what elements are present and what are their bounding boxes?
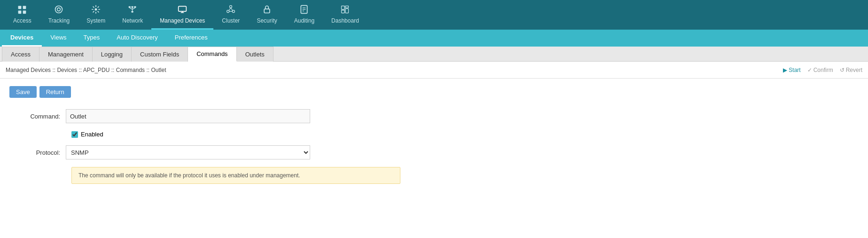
tab-management[interactable]: Management: [39, 47, 93, 62]
tab-outlets[interactable]: Outlets: [237, 47, 274, 62]
subnav-label-auto-discovery: Auto Discovery: [117, 34, 157, 41]
subnav-devices[interactable]: Devices: [2, 30, 42, 47]
nav-label-cluster: Cluster: [222, 17, 240, 24]
nav-label-access: Access: [13, 17, 31, 24]
subnav-label-types: Types: [84, 34, 100, 41]
protocol-select[interactable]: SNMP SSH Telnet: [66, 145, 310, 159]
svg-rect-1: [23, 6, 26, 9]
nav-label-network: Network: [122, 17, 143, 24]
nav-label-managed-devices: Managed Devices: [160, 17, 205, 24]
nav-item-managed-devices[interactable]: Managed Devices: [151, 0, 213, 30]
command-row: Command:: [9, 109, 859, 123]
tab-label-access: Access: [11, 51, 31, 58]
protocol-row: Protocol: SNMP SSH Telnet: [9, 145, 859, 159]
revert-circle-icon: ↺: [840, 67, 845, 73]
tab-label-commands: Commands: [196, 50, 227, 57]
subnav-label-preferences: Preferences: [175, 34, 208, 41]
dashboard-icon: [340, 5, 350, 16]
protocol-label: Protocol:: [9, 149, 66, 156]
nav-item-auditing[interactable]: Auditing: [286, 0, 323, 30]
nav-label-system: System: [86, 17, 105, 24]
tab-access[interactable]: Access: [2, 47, 39, 62]
svg-rect-0: [18, 6, 22, 9]
svg-line-13: [133, 8, 135, 9]
command-input[interactable]: [66, 109, 310, 123]
confirm-check-icon: ✓: [807, 67, 812, 73]
nav-item-system[interactable]: System: [78, 0, 114, 30]
breadcrumb-actions: ▶ Start ✓ Confirm ↺ Revert: [783, 67, 862, 73]
svg-point-18: [230, 5, 232, 8]
sub-nav: Devices Views Types Auto Discovery Prefe…: [0, 30, 868, 47]
managed-devices-icon: [178, 5, 187, 16]
subnav-label-devices: Devices: [10, 34, 33, 41]
svg-rect-10: [132, 11, 133, 12]
tab-commands[interactable]: Commands: [188, 47, 236, 62]
nav-item-network[interactable]: Network: [114, 0, 151, 30]
subnav-preferences[interactable]: Preferences: [166, 30, 216, 47]
command-label: Command:: [9, 113, 66, 120]
subnav-types[interactable]: Types: [75, 30, 109, 47]
info-message: The command will only be available if th…: [78, 172, 300, 179]
start-label: Start: [789, 67, 800, 73]
nav-label-security: Security: [257, 17, 277, 24]
info-box: The command will only be available if th…: [71, 167, 400, 184]
security-icon: [262, 5, 272, 16]
nav-item-tracking[interactable]: Tracking: [40, 0, 78, 30]
nav-label-tracking: Tracking: [48, 17, 70, 24]
network-icon: [128, 5, 137, 16]
subnav-views[interactable]: Views: [42, 30, 75, 47]
svg-point-5: [57, 8, 61, 11]
nav-item-access[interactable]: Access: [5, 0, 40, 30]
svg-point-6: [95, 8, 97, 10]
svg-rect-9: [134, 6, 136, 8]
breadcrumb: Managed Devices :: Devices :: APC_PDU ::…: [6, 67, 166, 73]
tab-label-outlets: Outlets: [245, 51, 265, 58]
system-icon: [91, 5, 101, 16]
top-nav: Access Tracking System Network Managed D…: [0, 0, 868, 30]
tab-label-custom-fields: Custom Fields: [140, 51, 179, 58]
svg-rect-32: [342, 10, 345, 13]
svg-rect-8: [132, 6, 133, 8]
breadcrumb-bar: Managed Devices :: Devices :: APC_PDU ::…: [0, 62, 868, 79]
svg-line-22: [231, 8, 233, 10]
enabled-label: Enabled: [81, 131, 103, 138]
save-button[interactable]: Save: [9, 86, 37, 98]
svg-rect-7: [129, 6, 131, 8]
nav-item-security[interactable]: Security: [248, 0, 285, 30]
nav-label-auditing: Auditing: [294, 17, 314, 24]
svg-rect-31: [345, 8, 349, 13]
action-start-button[interactable]: ▶ Start: [783, 67, 800, 73]
svg-rect-30: [345, 6, 349, 8]
enabled-checkbox[interactable]: [71, 131, 78, 138]
svg-line-21: [229, 8, 231, 10]
svg-rect-29: [342, 6, 345, 9]
tab-logging[interactable]: Logging: [93, 47, 132, 62]
svg-rect-3: [23, 10, 26, 14]
main-content: Save Return Command: Enabled Protocol: S…: [0, 79, 868, 238]
nav-item-cluster[interactable]: Cluster: [213, 0, 248, 30]
cluster-icon: [226, 5, 235, 16]
subnav-label-views: Views: [50, 34, 66, 41]
tab-row: Access Management Logging Custom Fields …: [0, 47, 868, 62]
svg-rect-2: [18, 10, 22, 14]
nav-label-dashboard: Dashboard: [331, 17, 359, 24]
access-icon: [17, 5, 27, 16]
auditing-icon: [299, 5, 309, 16]
revert-label: Revert: [846, 67, 862, 73]
nav-item-dashboard[interactable]: Dashboard: [323, 0, 368, 30]
action-confirm-button[interactable]: ✓ Confirm: [807, 67, 833, 73]
start-triangle-icon: ▶: [783, 67, 787, 73]
tab-label-management: Management: [48, 51, 84, 58]
return-button[interactable]: Return: [39, 86, 71, 98]
subnav-auto-discovery[interactable]: Auto Discovery: [108, 30, 166, 47]
tab-custom-fields[interactable]: Custom Fields: [132, 47, 188, 62]
tab-label-logging: Logging: [101, 51, 123, 58]
svg-rect-15: [179, 6, 187, 11]
button-row: Save Return: [9, 86, 859, 98]
action-revert-button[interactable]: ↺ Revert: [840, 67, 862, 73]
confirm-label: Confirm: [813, 67, 833, 73]
svg-rect-24: [264, 9, 270, 13]
tracking-icon: [54, 5, 63, 16]
svg-line-12: [130, 8, 133, 9]
enabled-row: Enabled: [9, 131, 859, 138]
